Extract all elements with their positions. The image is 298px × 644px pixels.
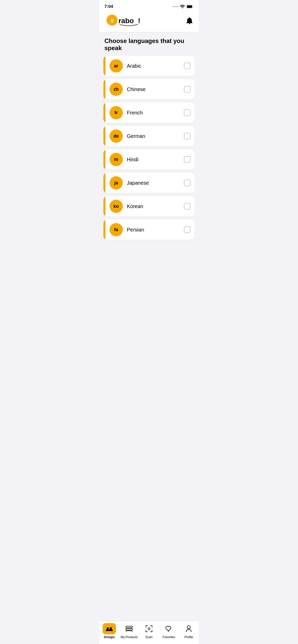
language-checkbox[interactable] bbox=[184, 226, 191, 233]
status-icons bbox=[173, 5, 194, 8]
accent-bar bbox=[103, 196, 105, 216]
svg-rect-1 bbox=[187, 5, 192, 8]
language-item-hi[interactable]: hi Hindi bbox=[103, 149, 195, 170]
page-title: Choose languages that you speak bbox=[99, 32, 199, 56]
language-code-circle: ko bbox=[110, 200, 123, 213]
language-code-circle: ar bbox=[110, 59, 123, 72]
svg-point-6 bbox=[120, 24, 121, 26]
accent-bar bbox=[103, 103, 105, 123]
language-item-de[interactable]: de German bbox=[103, 126, 195, 146]
accent-bar bbox=[103, 219, 105, 240]
language-item-fa[interactable]: fa Persian bbox=[103, 219, 195, 240]
signal-dots-icon bbox=[173, 6, 178, 7]
language-checkbox[interactable] bbox=[184, 180, 191, 186]
language-name: Korean bbox=[127, 203, 184, 209]
language-item-fr[interactable]: fr French bbox=[103, 103, 195, 123]
language-item-ko[interactable]: ko Korean bbox=[103, 196, 195, 216]
language-name: Chinese bbox=[127, 86, 184, 92]
status-time: 7:04 bbox=[104, 4, 113, 9]
language-name: German bbox=[127, 133, 184, 139]
status-bar: 7:04 bbox=[99, 0, 199, 12]
accent-bar bbox=[103, 149, 105, 170]
language-name: Hindi bbox=[127, 157, 184, 163]
svg-text:!: ! bbox=[138, 17, 140, 25]
language-checkbox[interactable] bbox=[184, 109, 191, 116]
notification-bell-button[interactable] bbox=[185, 17, 194, 25]
accent-bar bbox=[103, 126, 105, 146]
language-checkbox[interactable] bbox=[184, 63, 191, 69]
language-checkbox[interactable] bbox=[184, 86, 191, 93]
language-name: Japanese bbox=[127, 180, 184, 186]
language-item-ar[interactable]: ar Arabic bbox=[103, 56, 195, 76]
language-checkbox[interactable] bbox=[184, 133, 191, 139]
language-list: ar Arabic zh Chinese fr French de German… bbox=[99, 56, 199, 240]
language-code-circle: de bbox=[110, 129, 123, 143]
svg-text:g: g bbox=[111, 17, 113, 23]
accent-bar bbox=[103, 173, 105, 193]
language-code-circle: fr bbox=[110, 106, 123, 119]
language-name: Persian bbox=[127, 227, 184, 233]
language-code-circle: hi bbox=[110, 153, 123, 166]
wifi-icon bbox=[180, 5, 185, 8]
language-code-circle: fa bbox=[110, 223, 123, 236]
language-item-ja[interactable]: ja Japanese bbox=[103, 173, 195, 193]
grabo-logo: g rabo ! bbox=[104, 14, 145, 28]
language-code-circle: zh bbox=[110, 83, 123, 96]
header: g rabo ! bbox=[99, 12, 199, 32]
language-name: Arabic bbox=[127, 63, 184, 69]
battery-icon bbox=[186, 5, 194, 8]
accent-bar bbox=[103, 56, 105, 76]
language-item-zh[interactable]: zh Chinese bbox=[103, 79, 195, 99]
language-code-circle: ja bbox=[110, 176, 123, 189]
language-checkbox[interactable] bbox=[184, 156, 191, 163]
accent-bar bbox=[103, 79, 105, 99]
language-checkbox[interactable] bbox=[184, 203, 191, 210]
svg-text:rabo: rabo bbox=[118, 17, 134, 25]
language-name: French bbox=[127, 110, 184, 116]
